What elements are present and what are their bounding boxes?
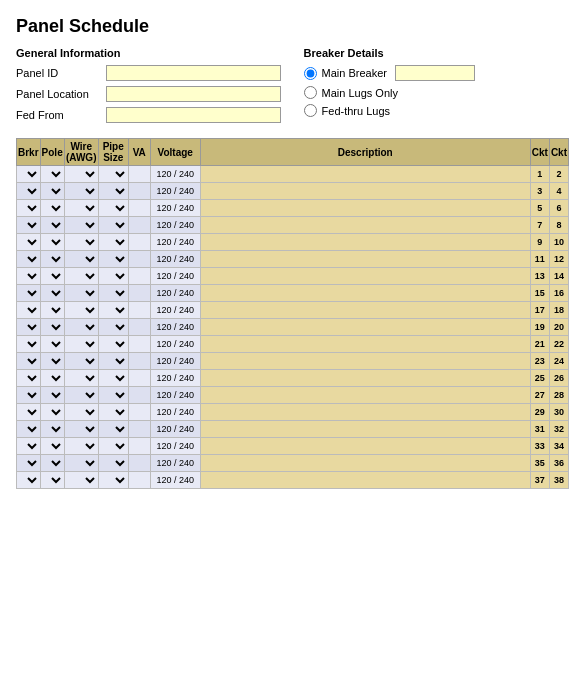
pipe-cell[interactable]: 1/2"3/4"1" (98, 319, 128, 336)
pole-select[interactable]: 123 (41, 235, 64, 249)
wire-cell[interactable]: 14121086 (64, 404, 98, 421)
wire-select[interactable]: 14121086 (65, 439, 98, 453)
description-cell[interactable] (200, 285, 530, 302)
pipe-select[interactable]: 1/2"3/4"1" (99, 286, 128, 300)
pole-cell[interactable]: 123 (40, 200, 64, 217)
pipe-select[interactable]: 1/2"3/4"1" (99, 439, 128, 453)
description-cell[interactable] (200, 472, 530, 489)
description-input[interactable] (202, 357, 529, 367)
description-input[interactable] (202, 255, 529, 265)
va-cell[interactable] (128, 183, 150, 200)
pole-select[interactable]: 123 (41, 354, 64, 368)
pole-select[interactable]: 123 (41, 218, 64, 232)
panel-location-input[interactable] (106, 86, 281, 102)
wire-select[interactable]: 14121086 (65, 167, 98, 181)
pole-cell[interactable]: 123 (40, 251, 64, 268)
description-cell[interactable] (200, 404, 530, 421)
wire-select[interactable]: 14121086 (65, 473, 98, 487)
brkr-cell[interactable]: 152030405060 (17, 268, 41, 285)
wire-select[interactable]: 14121086 (65, 388, 98, 402)
main-lugs-radio[interactable] (304, 86, 317, 99)
wire-cell[interactable]: 14121086 (64, 455, 98, 472)
fed-thru-radio[interactable] (304, 104, 317, 117)
brkr-cell[interactable]: 152030405060 (17, 438, 41, 455)
wire-cell[interactable]: 14121086 (64, 200, 98, 217)
wire-select[interactable]: 14121086 (65, 422, 98, 436)
description-cell[interactable] (200, 455, 530, 472)
pipe-select[interactable]: 1/2"3/4"1" (99, 252, 128, 266)
description-cell[interactable] (200, 438, 530, 455)
va-input[interactable] (130, 374, 149, 384)
panel-id-input[interactable] (106, 65, 281, 81)
wire-cell[interactable]: 14121086 (64, 387, 98, 404)
pipe-cell[interactable]: 1/2"3/4"1" (98, 183, 128, 200)
description-cell[interactable] (200, 268, 530, 285)
va-cell[interactable] (128, 319, 150, 336)
pole-cell[interactable]: 123 (40, 353, 64, 370)
description-cell[interactable] (200, 166, 530, 183)
va-input[interactable] (130, 221, 149, 231)
brkr-cell[interactable]: 152030405060 (17, 251, 41, 268)
va-input[interactable] (130, 306, 149, 316)
va-input[interactable] (130, 272, 149, 282)
va-input[interactable] (130, 425, 149, 435)
description-input[interactable] (202, 442, 529, 452)
pipe-select[interactable]: 1/2"3/4"1" (99, 320, 128, 334)
pole-cell[interactable]: 123 (40, 302, 64, 319)
pipe-select[interactable]: 1/2"3/4"1" (99, 218, 128, 232)
brkr-cell[interactable]: 152030405060 (17, 336, 41, 353)
va-input[interactable] (130, 391, 149, 401)
brkr-cell[interactable]: 152030405060 (17, 421, 41, 438)
pipe-select[interactable]: 1/2"3/4"1" (99, 456, 128, 470)
description-input[interactable] (202, 340, 529, 350)
wire-select[interactable]: 14121086 (65, 303, 98, 317)
description-input[interactable] (202, 323, 529, 333)
pole-select[interactable]: 123 (41, 252, 64, 266)
wire-cell[interactable]: 14121086 (64, 421, 98, 438)
wire-cell[interactable]: 14121086 (64, 166, 98, 183)
pipe-select[interactable]: 1/2"3/4"1" (99, 269, 128, 283)
va-input[interactable] (130, 204, 149, 214)
wire-cell[interactable]: 14121086 (64, 353, 98, 370)
wire-select[interactable]: 14121086 (65, 201, 98, 215)
va-cell[interactable] (128, 234, 150, 251)
pole-cell[interactable]: 123 (40, 217, 64, 234)
description-input[interactable] (202, 425, 529, 435)
pole-select[interactable]: 123 (41, 456, 64, 470)
wire-select[interactable]: 14121086 (65, 269, 98, 283)
pole-cell[interactable]: 123 (40, 166, 64, 183)
brkr-cell[interactable]: 152030405060 (17, 285, 41, 302)
description-cell[interactable] (200, 251, 530, 268)
description-input[interactable] (202, 459, 529, 469)
va-input[interactable] (130, 238, 149, 248)
pipe-select[interactable]: 1/2"3/4"1" (99, 473, 128, 487)
wire-select[interactable]: 14121086 (65, 286, 98, 300)
va-cell[interactable] (128, 472, 150, 489)
brkr-select[interactable]: 152030405060 (17, 201, 40, 215)
wire-cell[interactable]: 14121086 (64, 183, 98, 200)
wire-select[interactable]: 14121086 (65, 337, 98, 351)
va-input[interactable] (130, 255, 149, 265)
pipe-cell[interactable]: 1/2"3/4"1" (98, 472, 128, 489)
brkr-cell[interactable]: 152030405060 (17, 302, 41, 319)
description-cell[interactable] (200, 421, 530, 438)
pipe-select[interactable]: 1/2"3/4"1" (99, 337, 128, 351)
wire-select[interactable]: 14121086 (65, 184, 98, 198)
pipe-cell[interactable]: 1/2"3/4"1" (98, 166, 128, 183)
va-input[interactable] (130, 408, 149, 418)
wire-cell[interactable]: 14121086 (64, 438, 98, 455)
description-input[interactable] (202, 374, 529, 384)
wire-cell[interactable]: 14121086 (64, 472, 98, 489)
pipe-select[interactable]: 1/2"3/4"1" (99, 167, 128, 181)
pole-select[interactable]: 123 (41, 320, 64, 334)
pole-cell[interactable]: 123 (40, 387, 64, 404)
pole-cell[interactable]: 123 (40, 421, 64, 438)
brkr-select[interactable]: 152030405060 (17, 167, 40, 181)
brkr-cell[interactable]: 152030405060 (17, 455, 41, 472)
pipe-select[interactable]: 1/2"3/4"1" (99, 235, 128, 249)
va-cell[interactable] (128, 370, 150, 387)
pipe-select[interactable]: 1/2"3/4"1" (99, 388, 128, 402)
brkr-select[interactable]: 152030405060 (17, 354, 40, 368)
brkr-select[interactable]: 152030405060 (17, 269, 40, 283)
pole-select[interactable]: 123 (41, 371, 64, 385)
